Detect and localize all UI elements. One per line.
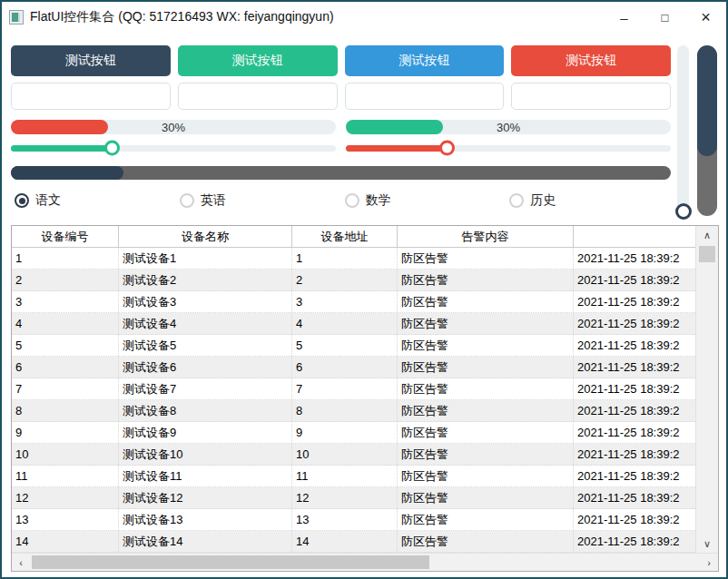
table-row[interactable]: 1测试设备11防区告警2021-11-25 18:39:2: [12, 248, 695, 270]
table-cell: 测试设备10: [119, 444, 292, 465]
table-cell: 6: [292, 357, 398, 378]
minimize-button[interactable]: –: [604, 2, 644, 33]
radio-label: 历史: [530, 192, 556, 209]
table-row[interactable]: 3测试设备33防区告警2021-11-25 18:39:2: [12, 291, 695, 313]
table-cell: 2021-11-25 18:39:2: [574, 357, 695, 378]
table-cell: 测试设备3: [119, 291, 292, 312]
scroll-up-icon[interactable]: ∧: [696, 226, 718, 244]
table-cell: 2021-11-25 18:39:2: [574, 487, 695, 508]
app-icon: [9, 10, 24, 25]
table-cell: 7: [292, 378, 398, 399]
table-row[interactable]: 8测试设备88防区告警2021-11-25 18:39:2: [12, 400, 695, 422]
table-row[interactable]: 5测试设备55防区告警2021-11-25 18:39:2: [12, 335, 695, 357]
table-row[interactable]: 9测试设备99防区告警2021-11-25 18:39:2: [12, 422, 695, 444]
table-cell: 11: [12, 466, 119, 486]
column-header-1[interactable]: 设备编号: [12, 226, 119, 248]
controls-column: 测试按钮 测试按钮 测试按钮 测试按钮 30%: [11, 45, 671, 216]
table-row[interactable]: 6测试设备66防区告警2021-11-25 18:39:2: [12, 357, 695, 378]
radio-unchecked-icon[interactable]: [509, 193, 524, 208]
close-button[interactable]: ×: [685, 2, 726, 33]
table-cell: 3: [12, 291, 119, 312]
vertical-scrollbar-thumb[interactable]: [699, 246, 715, 262]
slider-red-handle[interactable]: [439, 141, 455, 156]
table-cell: 防区告警: [398, 400, 574, 421]
text-input-3[interactable]: [345, 83, 505, 110]
table-cell: 2: [292, 270, 398, 290]
maximize-button[interactable]: □: [644, 2, 685, 33]
column-header-3[interactable]: 设备地址: [292, 226, 398, 248]
table-cell: 防区告警: [398, 531, 574, 552]
table-row[interactable]: 7测试设备77防区告警2021-11-25 18:39:2: [12, 378, 695, 400]
table-row[interactable]: 10测试设备1010防区告警2021-11-25 18:39:2: [12, 444, 695, 466]
table-cell: 测试设备12: [119, 487, 292, 508]
text-input-1[interactable]: [11, 83, 171, 110]
slider-green[interactable]: [11, 145, 336, 152]
table-row[interactable]: 13测试设备1313防区告警2021-11-25 18:39:2: [12, 509, 695, 531]
test-button-red[interactable]: 测试按钮: [511, 45, 671, 76]
table-horizontal-scrollbar[interactable]: ‹ ›: [12, 553, 718, 571]
table-row[interactable]: 4测试设备44防区告警2021-11-25 18:39:2: [12, 313, 695, 335]
table-cell: 1: [12, 248, 119, 269]
radio-checked-icon[interactable]: [15, 193, 29, 208]
progressbar-red: 30%: [11, 120, 336, 134]
text-input-4[interactable]: [511, 83, 671, 110]
column-header-4[interactable]: 告警内容: [398, 226, 574, 248]
table-cell: 13: [12, 509, 119, 530]
table-cell: 防区告警: [398, 444, 574, 465]
scroll-left-icon[interactable]: ‹: [12, 554, 30, 571]
table-cell: 13: [292, 509, 398, 530]
table-cell: 测试设备4: [119, 313, 292, 334]
titlebar: FlatUI控件集合 (QQ: 517216493 WX: feiyangqin…: [2, 2, 726, 33]
table-cell: 2021-11-25 18:39:2: [574, 531, 695, 552]
table-vertical-scrollbar[interactable]: ∧ ∨: [695, 226, 718, 553]
table-cell: 2021-11-25 18:39:2: [574, 313, 695, 334]
scroll-right-icon[interactable]: ›: [700, 554, 718, 571]
table-row[interactable]: 11测试设备1111防区告警2021-11-25 18:39:2: [12, 466, 695, 487]
table-cell: 测试设备5: [119, 335, 292, 356]
table-cell: 2021-11-25 18:39:2: [574, 509, 695, 530]
radio-label: 数学: [366, 192, 391, 209]
horizontal-scrollbar-thumb[interactable]: [32, 555, 429, 569]
vertical-slider-handle[interactable]: [675, 203, 692, 220]
table-cell: 测试设备8: [119, 400, 292, 421]
table-row[interactable]: 2测试设备22防区告警2021-11-25 18:39:2: [12, 270, 695, 291]
test-button-blue[interactable]: 测试按钮: [345, 45, 505, 76]
slider-row: [11, 140, 671, 156]
table-cell: 防区告警: [398, 378, 574, 399]
table-cell: 3: [292, 291, 398, 312]
radio-option-4[interactable]: 历史: [506, 192, 671, 209]
table-row[interactable]: 14测试设备1414防区告警2021-11-25 18:39:2: [12, 531, 695, 553]
radio-option-2[interactable]: 英语: [176, 192, 341, 209]
table-cell: 9: [292, 422, 398, 443]
radio-unchecked-icon[interactable]: [180, 193, 194, 208]
table-cell: 防区告警: [398, 509, 574, 530]
column-header-5[interactable]: [574, 226, 695, 248]
table-cell: 5: [12, 335, 119, 356]
radio-group: 语文英语数学历史: [11, 189, 671, 212]
column-header-2[interactable]: 设备名称: [119, 226, 292, 248]
table-cell: 14: [12, 531, 119, 552]
button-row: 测试按钮 测试按钮 测试按钮 测试按钮: [11, 45, 671, 76]
table-cell: 测试设备6: [119, 357, 292, 378]
table-cell: 10: [292, 444, 398, 465]
table-cell: 防区告警: [398, 422, 574, 443]
slider-green-handle[interactable]: [104, 141, 120, 156]
table-cell: 8: [12, 400, 119, 421]
text-input-2[interactable]: [178, 83, 338, 110]
progressbar-green: 30%: [346, 120, 671, 134]
radio-option-3[interactable]: 数学: [341, 192, 507, 209]
test-button-green[interactable]: 测试按钮: [178, 45, 338, 76]
table-cell: 测试设备1: [119, 248, 292, 269]
slider-red[interactable]: [346, 145, 671, 152]
radio-unchecked-icon[interactable]: [345, 193, 359, 208]
radio-option-1[interactable]: 语文: [11, 192, 176, 209]
table-cell: 5: [292, 335, 398, 356]
vertical-slider[interactable]: [677, 45, 689, 216]
table-cell: 12: [292, 487, 398, 508]
table-cell: 测试设备11: [119, 466, 292, 486]
table-cell: 2021-11-25 18:39:2: [574, 270, 695, 290]
table-cell: 8: [292, 400, 398, 421]
table-row[interactable]: 12测试设备1212防区告警2021-11-25 18:39:2: [12, 487, 695, 509]
scroll-down-icon[interactable]: ∨: [696, 535, 718, 553]
test-button-dark[interactable]: 测试按钮: [11, 45, 171, 76]
